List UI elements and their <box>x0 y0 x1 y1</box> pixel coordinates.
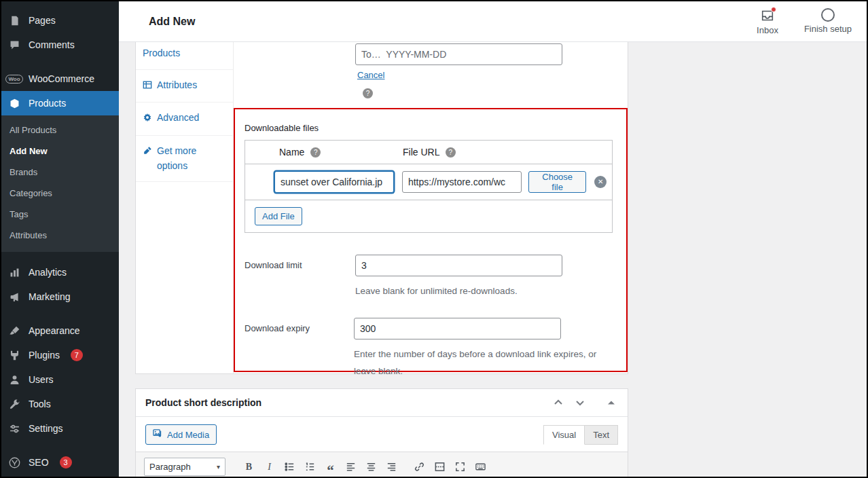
blockquote-button[interactable]: “ <box>321 458 340 475</box>
marketing-icon <box>7 290 22 304</box>
tab-advanced[interactable]: Advanced <box>136 103 233 136</box>
sale-date-to-input[interactable] <box>355 43 562 65</box>
sidebar-item-comments[interactable]: Comments <box>1 33 119 57</box>
remove-file-icon[interactable]: ✕ <box>594 176 607 188</box>
download-limit-help: Leave blank for unlimited re-downloads. <box>355 282 562 300</box>
sidebar-item-label: Plugins <box>29 350 60 361</box>
analytics-icon <box>7 265 22 279</box>
woocommerce-icon: Woo <box>7 72 22 86</box>
product-data-panel: Products Attributes Advanced Get more op… <box>135 42 628 374</box>
finish-setup-label: Finish setup <box>804 24 852 34</box>
add-file-button[interactable]: Add File <box>255 207 302 225</box>
sidebar-item-tags[interactable]: Tags <box>1 204 119 225</box>
plugins-icon <box>7 348 22 362</box>
download-expiry-label: Download expiry <box>245 318 354 333</box>
file-url-input[interactable] <box>402 171 522 193</box>
product-data-content: Cancel ? Downloadable files Name ? File … <box>234 42 628 373</box>
download-expiry-row: Download expiry Enter the number of days… <box>245 318 617 380</box>
paragraph-style-select[interactable]: Paragraph ▾ <box>144 458 225 476</box>
appearance-icon <box>7 324 22 337</box>
sidebar-item-all-products[interactable]: All Products <box>1 120 119 141</box>
help-icon[interactable]: ? <box>310 147 321 158</box>
sidebar-item-attributes[interactable]: Attributes <box>1 225 119 246</box>
sidebar-item-label: Analytics <box>29 267 67 278</box>
name-column-header: Name <box>279 147 304 158</box>
cancel-schedule-link[interactable]: Cancel <box>357 70 384 80</box>
bulleted-list-button[interactable] <box>281 458 299 475</box>
tab-attributes[interactable]: Attributes <box>136 70 233 103</box>
sidebar-item-label: Comments <box>29 39 75 50</box>
help-icon[interactable]: ? <box>446 147 456 158</box>
link-button[interactable] <box>410 458 429 475</box>
move-down-icon[interactable] <box>573 396 587 409</box>
users-icon <box>7 373 22 386</box>
numbered-list-button[interactable] <box>301 458 319 475</box>
sidebar-item-seo[interactable]: SEO 3 <box>1 450 119 475</box>
more-tag-button[interactable] <box>431 458 449 475</box>
downloadable-files-table: Name ? File URL ? Choose file ✕ <box>245 140 613 233</box>
products-icon <box>7 96 22 110</box>
sidebar-item-products[interactable]: Products <box>1 91 119 115</box>
downloadable-files-label: Downloadable files <box>245 123 617 133</box>
sidebar-item-analytics[interactable]: Analytics <box>1 260 119 284</box>
tab-visual[interactable]: Visual <box>543 425 585 445</box>
admin-topbar: Add New Inbox Finish setup <box>119 1 867 42</box>
fullscreen-button[interactable] <box>451 458 469 475</box>
download-limit-label: Download limit <box>245 255 355 270</box>
italic-button[interactable]: I <box>260 458 278 475</box>
sidebar-item-label: Tools <box>29 399 51 409</box>
attributes-icon <box>143 78 152 94</box>
tab-get-more-options[interactable]: Get more options <box>136 136 233 182</box>
sidebar-item-plugins[interactable]: Plugins 7 <box>1 343 119 367</box>
align-center-icon[interactable] <box>362 458 380 475</box>
collapse-toggle-icon[interactable] <box>604 396 618 409</box>
sidebar-item-marketing[interactable]: Marketing <box>1 284 119 309</box>
download-limit-row: Download limit Leave blank for unlimited… <box>245 255 617 300</box>
admin-sidebar: Pages Comments Woo WooCommerce Products … <box>1 1 119 477</box>
inbox-icon <box>760 15 775 25</box>
download-expiry-input[interactable] <box>354 318 561 339</box>
sidebar-item-categories[interactable]: Categories <box>1 183 119 204</box>
seo-icon <box>7 456 22 469</box>
inbox-label: Inbox <box>757 25 778 35</box>
tab-linked-products[interactable]: Products <box>136 42 233 70</box>
add-media-button[interactable]: Add Media <box>145 424 217 445</box>
short-description-title: Product short description <box>145 397 261 408</box>
bold-button[interactable]: B <box>240 458 258 475</box>
sidebar-item-label: SEO <box>29 457 49 468</box>
sidebar-item-label: Settings <box>29 423 63 434</box>
inbox-button[interactable]: Inbox <box>757 8 778 35</box>
wordpress-admin-screen: Pages Comments Woo WooCommerce Products … <box>0 0 868 478</box>
download-expiry-help: Enter the number of days before a downlo… <box>354 346 617 380</box>
sidebar-item-woocommerce[interactable]: Woo WooCommerce <box>1 67 119 91</box>
downloadable-file-row: Choose file ✕ <box>245 164 612 200</box>
help-icon[interactable]: ? <box>363 88 373 98</box>
page-title: Add New <box>149 16 195 28</box>
move-up-icon[interactable] <box>551 396 565 409</box>
download-limit-input[interactable] <box>355 255 562 276</box>
finish-setup-button[interactable]: Finish setup <box>804 8 852 35</box>
files-table-header: Name ? File URL ? <box>245 141 612 164</box>
sidebar-item-add-new[interactable]: Add New <box>1 141 119 162</box>
media-icon <box>153 428 163 441</box>
sidebar-item-appearance[interactable]: Appearance <box>1 318 119 343</box>
align-right-icon[interactable] <box>382 458 401 475</box>
sidebar-item-label: Pages <box>29 15 56 26</box>
sidebar-item-label: Products <box>29 98 66 109</box>
sidebar-item-users[interactable]: Users <box>1 367 119 392</box>
toolbar-toggle-button[interactable] <box>471 458 490 475</box>
sidebar-item-brands[interactable]: Brands <box>1 162 119 183</box>
highlight-outline: Downloadable files Name ? File URL ? <box>234 108 628 372</box>
sidebar-item-tools[interactable]: Tools <box>1 392 119 416</box>
tab-text[interactable]: Text <box>585 425 618 445</box>
short-description-header: Product short description <box>136 389 628 417</box>
file-name-input[interactable] <box>274 171 394 193</box>
sidebar-item-pages[interactable]: Pages <box>1 8 119 33</box>
inbox-notification-dot <box>771 7 776 12</box>
sidebar-item-settings[interactable]: Settings <box>1 416 119 441</box>
pages-icon <box>7 14 22 27</box>
chevron-down-icon: ▾ <box>217 463 220 471</box>
sidebar-item-label: Users <box>29 374 54 385</box>
align-left-icon[interactable] <box>342 458 360 475</box>
choose-file-button[interactable]: Choose file <box>528 171 586 193</box>
